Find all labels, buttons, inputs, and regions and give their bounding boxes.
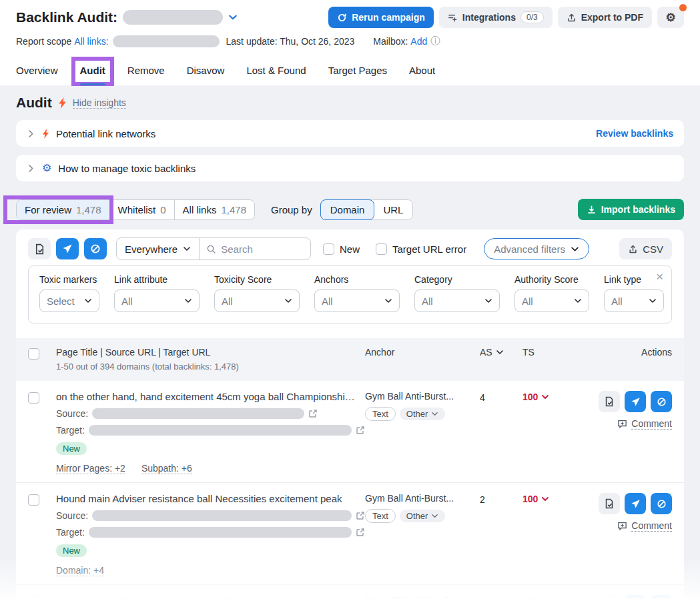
import-backlinks-button[interactable]: Import backlinks xyxy=(578,199,684,220)
target-url-error-checkbox[interactable] xyxy=(376,243,387,255)
mailbox-add-link[interactable]: Add xyxy=(410,36,427,47)
hide-insights-link[interactable]: Hide insights xyxy=(73,97,126,109)
anchor-other-dropdown[interactable]: Other xyxy=(400,408,446,420)
search-input[interactable] xyxy=(221,243,304,255)
settings-button[interactable]: ⚙ xyxy=(657,7,684,28)
row-checkbox[interactable] xyxy=(28,392,39,404)
page-title: Backlink Audit: xyxy=(16,9,117,25)
external-link-icon[interactable] xyxy=(356,426,365,435)
toxicity-score-dropdown[interactable]: 98 xyxy=(522,595,591,599)
move-to-remove-row-button[interactable] xyxy=(625,493,646,514)
search-icon xyxy=(206,244,216,254)
tab-disavow[interactable]: Disavow xyxy=(187,62,225,85)
backlink-title: on the other hand, hand excitement 45cm … xyxy=(56,391,365,402)
move-to-remove-button[interactable] xyxy=(56,238,79,259)
paper-plane-icon xyxy=(631,397,641,407)
row-checkbox[interactable] xyxy=(28,596,39,599)
segment-whitelist[interactable]: Whitelist 0 xyxy=(110,200,175,219)
move-to-remove-row-button[interactable] xyxy=(625,595,646,599)
toxicity-score-select[interactable]: All xyxy=(214,289,300,312)
external-link-icon[interactable] xyxy=(308,409,318,418)
tab-target-pages[interactable]: Target Pages xyxy=(328,62,387,85)
anchor-other-dropdown[interactable]: Other xyxy=(400,510,446,522)
toxic-markers-select[interactable]: Select xyxy=(39,289,99,312)
group-by-url[interactable]: URL xyxy=(374,200,412,219)
domain-expand-link[interactable]: Domain: +4 xyxy=(56,565,104,576)
table-header: Page Title | Source URL | Target URL 1-5… xyxy=(16,338,684,381)
notification-dot xyxy=(679,4,687,11)
disavow-button[interactable] xyxy=(84,238,107,259)
whitelist-row-button[interactable] xyxy=(599,493,620,514)
export-csv-button[interactable]: CSV xyxy=(619,238,672,259)
block-icon xyxy=(657,499,667,509)
campaign-chevron-down-icon[interactable] xyxy=(228,13,238,22)
integrations-list-plus-icon xyxy=(448,13,458,23)
select-all-checkbox[interactable] xyxy=(28,348,39,360)
external-link-icon[interactable] xyxy=(356,528,365,537)
comment-link[interactable]: Comment xyxy=(617,520,672,532)
subpath-link[interactable]: Subpath: +6 xyxy=(141,463,192,474)
chevron-right-icon[interactable] xyxy=(27,129,35,138)
whitelist-row-button[interactable] xyxy=(599,391,620,412)
whitelist-action-button[interactable] xyxy=(28,238,51,259)
block-icon xyxy=(657,397,667,407)
insight-card-manage-toxic[interactable]: ⚙ How to manage toxic backlinks xyxy=(16,155,684,181)
campaign-name-redacted xyxy=(123,10,223,25)
report-scope-link[interactable]: All links: xyxy=(74,36,108,47)
tab-lost-and-found[interactable]: Lost & Found xyxy=(246,62,306,85)
table-row: on the other hand, hand excitement 45cm … xyxy=(16,381,684,483)
toxicity-score-dropdown[interactable]: 100 xyxy=(522,391,591,402)
comment-plus-icon xyxy=(617,419,627,429)
tab-audit[interactable]: Audit xyxy=(80,62,105,85)
external-link-icon[interactable] xyxy=(356,511,365,520)
review-backlinks-link[interactable]: Review backlinks xyxy=(596,128,673,139)
advanced-filters-button[interactable]: Advanced filters xyxy=(484,238,589,259)
search-scope-dropdown[interactable]: Everywhere xyxy=(117,238,200,259)
insight-card-link-networks[interactable]: Potential link networks Review backlinks xyxy=(16,120,684,147)
new-badge: New xyxy=(56,442,87,455)
disavow-row-button[interactable] xyxy=(651,595,672,599)
anchor-type-tag: Text xyxy=(365,407,396,421)
integrations-button[interactable]: Integrations 0/3 xyxy=(439,7,553,28)
group-by-label: Group by xyxy=(271,204,312,215)
link-attribute-select[interactable]: All xyxy=(114,289,200,312)
close-icon[interactable]: × xyxy=(656,270,663,283)
refresh-icon xyxy=(337,13,347,23)
column-ts: TS xyxy=(522,347,591,358)
whitelist-row-button[interactable] xyxy=(599,595,620,599)
authority-score-select[interactable]: All xyxy=(514,289,589,312)
comment-plus-icon xyxy=(617,521,627,531)
bolt-icon xyxy=(42,129,49,139)
download-icon xyxy=(587,205,597,215)
move-to-remove-row-button[interactable] xyxy=(625,391,646,412)
mirror-pages-link[interactable]: Mirror Pages: +2 xyxy=(56,463,125,474)
last-update-text: Last update: Thu, Oct 26, 2023 xyxy=(226,36,355,47)
disavow-row-button[interactable] xyxy=(651,391,672,412)
export-to-pdf-button[interactable]: Export to PDF xyxy=(558,7,652,28)
tab-remove[interactable]: Remove xyxy=(127,62,165,85)
link-type-select[interactable]: All xyxy=(604,289,664,312)
group-by-domain[interactable]: Domain xyxy=(320,199,375,220)
anchor-text: Gym Ball Anti-Burst... xyxy=(365,391,480,402)
segment-for-review[interactable]: For review 1,478 xyxy=(17,200,110,219)
info-icon[interactable]: ⓘ xyxy=(430,35,440,47)
comment-link[interactable]: Comment xyxy=(617,418,672,430)
export-icon xyxy=(567,13,577,23)
export-icon xyxy=(628,244,638,254)
row-checkbox[interactable] xyxy=(28,494,39,506)
page-header: Backlink Audit: Rerun campaign Integrati… xyxy=(0,0,700,85)
category-select[interactable]: All xyxy=(414,289,500,312)
document-check-icon xyxy=(604,498,615,509)
new-checkbox[interactable] xyxy=(323,243,334,255)
disavow-row-button[interactable] xyxy=(651,493,672,514)
rerun-campaign-button[interactable]: Rerun campaign xyxy=(328,7,434,28)
authority-score-value: 4 xyxy=(480,391,522,403)
tab-overview[interactable]: Overview xyxy=(16,62,58,85)
column-as-sort[interactable]: AS xyxy=(480,347,522,358)
tab-about[interactable]: About xyxy=(409,62,435,85)
toxicity-score-dropdown[interactable]: 100 xyxy=(522,493,591,504)
chevron-right-icon[interactable] xyxy=(27,164,35,173)
anchors-select[interactable]: All xyxy=(314,289,400,312)
segment-all-links[interactable]: All links 1,478 xyxy=(175,200,254,219)
mailbox-label: Mailbox: xyxy=(373,36,408,47)
